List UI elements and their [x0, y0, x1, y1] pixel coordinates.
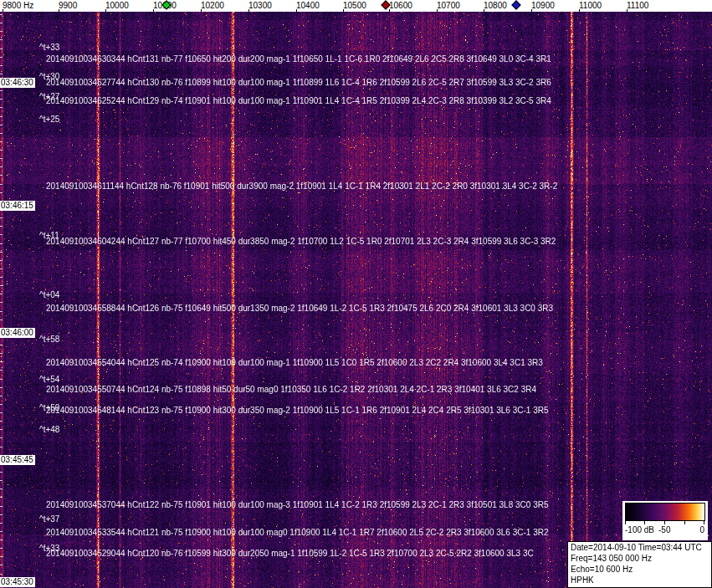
freq-tick-label: 9900: [59, 1, 77, 10]
freq-tick-label: 11000: [579, 1, 602, 10]
freq-tick-label: 10600: [389, 1, 412, 10]
freq-tick-mark: [3, 9, 3, 12]
freq-tick-mark: [201, 9, 202, 12]
spectrogram-canvas[interactable]: [0, 12, 712, 588]
freq-tick-mark: [484, 9, 484, 12]
freq-tick-mark: [389, 9, 390, 12]
freq-tick-label: 10900: [531, 1, 555, 10]
freq-tick-label: 11100: [627, 1, 648, 10]
freq-tick-label: 10700: [437, 1, 460, 10]
freq-tick-mark: [579, 9, 580, 12]
freq-tick-mark: [296, 9, 297, 12]
spectrogram-app: 9800 Hz990010000101001020010300104001050…: [0, 0, 712, 588]
freq-tick-label: 10400: [296, 1, 320, 10]
freq-tick-label: 10300: [248, 1, 272, 10]
freq-tick-label: 10500: [343, 1, 366, 10]
freq-tick-mark: [105, 9, 106, 12]
freq-tick-mark: [248, 9, 249, 12]
freq-tick-mark: [627, 9, 627, 12]
ruler-marker-blue-diamond[interactable]: [511, 0, 520, 9]
freq-tick-label: 10800: [484, 1, 507, 10]
freq-tick-label: 9800 Hz: [3, 1, 33, 10]
freq-tick-label: 10000: [105, 1, 129, 10]
freq-tick-mark: [343, 9, 344, 12]
freq-tick-mark: [59, 9, 59, 12]
frequency-ruler: 9800 Hz990010000101001020010300104001050…: [0, 0, 712, 12]
freq-tick-label: 10200: [201, 1, 224, 10]
freq-tick-mark: [153, 9, 154, 12]
freq-tick-mark: [437, 9, 438, 12]
freq-tick-mark: [531, 9, 532, 12]
